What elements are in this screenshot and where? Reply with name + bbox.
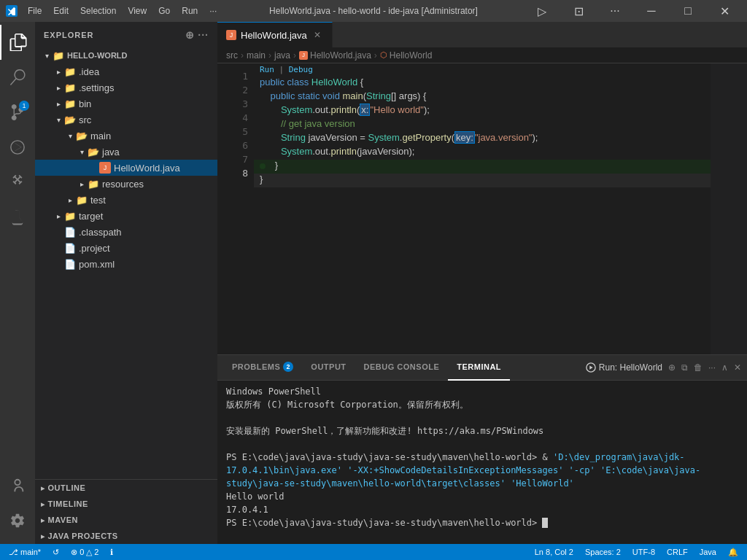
arrow-icon: ▸: [76, 180, 88, 188]
tree-item-test[interactable]: ▸ 📁 test: [35, 192, 217, 208]
panel-more-icon[interactable]: ···: [708, 362, 716, 373]
arrow-icon: ▾: [64, 132, 76, 140]
activity-extensions[interactable]: [0, 165, 35, 200]
status-sync[interactable]: ↺: [50, 548, 62, 557]
status-encoding[interactable]: UTF-8: [630, 548, 658, 556]
tree-label: target: [79, 211, 103, 222]
breadcrumb-src[interactable]: src: [226, 50, 238, 61]
tab-terminal[interactable]: TERMINAL: [448, 355, 510, 381]
split-terminal-icon[interactable]: ⧉: [681, 362, 688, 373]
run-button[interactable]: ▷: [525, 0, 559, 22]
terminal-line-7: Hello world: [226, 490, 738, 503]
tab-close-button[interactable]: ✕: [311, 29, 323, 41]
tree-item-project[interactable]: 📄 .project: [35, 240, 217, 256]
status-line-ending[interactable]: CRLF: [664, 548, 691, 556]
sidebar-panel-maven[interactable]: ▸ MAVEN: [35, 512, 217, 528]
activity-search[interactable]: [0, 60, 35, 95]
tab-label: PROBLEMS: [232, 362, 280, 371]
status-bell[interactable]: 🔔: [725, 548, 741, 557]
tree-item-helloworld[interactable]: J HelloWorld.java: [35, 160, 217, 176]
run-link[interactable]: Run: [260, 65, 274, 74]
tree-item-target[interactable]: ▸ 📁 target: [35, 208, 217, 224]
code-editor[interactable]: 1 2 3 4 5 6 7 8 Run | Debug: [217, 63, 747, 354]
activity-source-control[interactable]: 1: [0, 95, 35, 130]
breadcrumb-java[interactable]: java: [274, 50, 290, 61]
new-terminal-icon[interactable]: ⊕: [668, 362, 676, 373]
tree-label: pom.xml: [79, 259, 115, 270]
trash-icon[interactable]: 🗑: [694, 362, 703, 373]
panel-tabs: PROBLEMS 2 OUTPUT DEBUG CONSOLE TERMINAL: [217, 355, 747, 381]
spaces-text: Spaces: 2: [585, 548, 621, 556]
status-errors[interactable]: ⊗ 0 △ 2: [68, 548, 101, 557]
breadcrumb-file[interactable]: J HelloWorld.java: [299, 50, 371, 61]
menu-edit[interactable]: Edit: [47, 4, 74, 18]
split-button[interactable]: ⊡: [562, 0, 595, 22]
menu-selection[interactable]: Selection: [74, 4, 122, 18]
svg-point-0: [11, 141, 24, 154]
sidebar-panel-outline[interactable]: ▸ OUTLINE: [35, 480, 217, 496]
tree-item-resources[interactable]: ▸ 📁 resources: [35, 176, 217, 192]
tab-problems[interactable]: PROBLEMS 2: [223, 355, 302, 381]
status-branch[interactable]: ⎇ main*: [6, 548, 44, 557]
tab-label: DEBUG CONSOLE: [364, 362, 440, 371]
tree-root[interactable]: ▾ 📁 HELLO-WORLD: [35, 47, 217, 63]
tree-item-pomxml[interactable]: 📄 pom.xml: [35, 256, 217, 272]
tab-helloworld[interactable]: J HelloWorld.java ✕: [217, 22, 333, 47]
file-tree: ▾ 📁 HELLO-WORLD ▸ 📁 .idea ▸ 📁 .settings: [35, 47, 217, 479]
line-numbers: 1 2 3 4 5 6 7 8: [217, 63, 254, 354]
activity-run[interactable]: [0, 130, 35, 165]
maximize-button[interactable]: □: [671, 0, 705, 22]
activity-explorer[interactable]: [0, 25, 35, 60]
activity-test[interactable]: [0, 200, 35, 235]
tab-debug-console[interactable]: DEBUG CONSOLE: [355, 355, 449, 381]
terminal-line-6: PS E:\code\java\java-study\java-se-study…: [226, 451, 738, 490]
close-button[interactable]: ✕: [708, 0, 741, 22]
arrow-icon: ▾: [41, 52, 53, 60]
menu-more[interactable]: ···: [204, 4, 222, 18]
code-line-6: System.out.println(javaVersion);: [254, 146, 711, 160]
panel-collapse-icon[interactable]: ∧: [721, 362, 728, 373]
tree-item-bin[interactable]: ▸ 📁 bin: [35, 96, 217, 112]
panel-close-icon[interactable]: ✕: [734, 362, 741, 373]
sidebar-panel-timeline[interactable]: ▸ TIMELINE: [35, 496, 217, 512]
menu-run[interactable]: Run: [176, 4, 204, 18]
bell-icon: 🔔: [728, 548, 738, 557]
minimize-button[interactable]: ─: [635, 0, 668, 22]
arrow-icon: ▸: [41, 484, 45, 492]
info-icon: ℹ: [110, 548, 113, 557]
tree-item-classpath[interactable]: 📄 .classpath: [35, 224, 217, 240]
status-ln-col[interactable]: Ln 8, Col 2: [532, 548, 576, 556]
sidebar-panel-java[interactable]: ▸ JAVA PROJECTS: [35, 528, 217, 544]
code-lines[interactable]: Run | Debug public class HelloWorld { pu…: [254, 63, 711, 354]
menu-file[interactable]: File: [22, 4, 47, 18]
terminal-blank-2: [226, 438, 738, 451]
git-branch-icon: ⎇: [9, 548, 18, 557]
more-button[interactable]: ···: [598, 0, 632, 22]
terminal-cursor: [542, 518, 548, 528]
breadcrumb-main[interactable]: main: [247, 50, 266, 61]
tab-output[interactable]: OUTPUT: [302, 355, 355, 381]
sidebar-more-icon[interactable]: ···: [198, 29, 209, 41]
new-file-icon[interactable]: ⊕: [185, 29, 195, 41]
tree-item-main[interactable]: ▾ 📂 main: [35, 128, 217, 144]
menu-go[interactable]: Go: [152, 4, 176, 18]
activity-settings[interactable]: [0, 503, 35, 538]
status-spaces[interactable]: Spaces: 2: [582, 548, 624, 556]
folder-icon: 📁: [53, 50, 64, 61]
activity-account[interactable]: [0, 468, 35, 503]
status-language[interactable]: Java: [697, 548, 719, 556]
status-info[interactable]: ℹ: [107, 548, 116, 557]
panel-label: MAVEN: [48, 516, 78, 524]
terminal-content[interactable]: Windows PowerShell 版权所有 (C) Microsoft Co…: [217, 381, 747, 544]
tree-item-java[interactable]: ▾ 📂 java: [35, 144, 217, 160]
menu-bar: File Edit Selection View Go Run ···: [22, 4, 222, 18]
debug-link[interactable]: Debug: [289, 65, 313, 74]
arrow-icon: ▸: [41, 516, 45, 524]
breadcrumb-class[interactable]: ⬡ HelloWorld: [380, 50, 432, 61]
tree-item-src[interactable]: ▾ 📂 src: [35, 112, 217, 128]
tree-item-settings[interactable]: ▸ 📁 .settings: [35, 79, 217, 96]
tree-item-idea[interactable]: ▸ 📁 .idea: [35, 63, 217, 79]
sidebar-header: EXPLORER ⊕ ···: [35, 22, 217, 47]
breadcrumb-file-icon: J: [299, 51, 308, 60]
menu-view[interactable]: View: [122, 4, 152, 18]
